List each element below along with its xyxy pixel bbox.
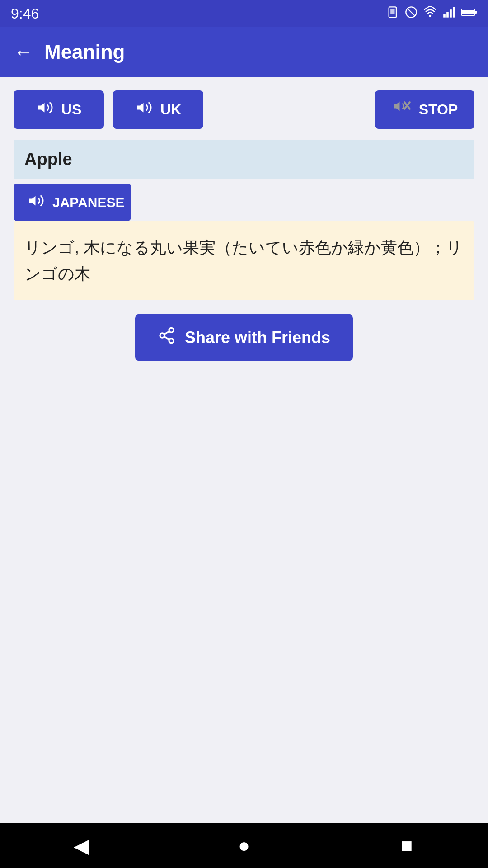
svg-marker-17 — [29, 196, 36, 206]
uk-label: UK — [160, 101, 181, 118]
svg-marker-12 — [38, 103, 45, 113]
page-title: Meaning — [44, 41, 125, 63]
svg-rect-6 — [446, 12, 449, 18]
share-button[interactable]: Share with Friends — [135, 314, 353, 361]
svg-point-19 — [160, 333, 164, 338]
us-label: US — [61, 101, 81, 118]
definition-box: リンゴ, 木になる丸い果実（たいてい赤色か緑か黄色）；リンゴの木 — [14, 221, 474, 300]
svg-line-21 — [164, 337, 169, 340]
nav-back-button[interactable]: ◀ — [63, 827, 99, 863]
status-icons — [387, 6, 477, 21]
sim-card-icon — [387, 6, 399, 21]
svg-line-3 — [408, 9, 415, 16]
us-audio-button[interactable]: US — [14, 90, 104, 129]
word-header: Apple — [14, 140, 474, 179]
stop-audio-button[interactable]: STOP — [375, 90, 474, 129]
svg-point-20 — [169, 339, 174, 343]
speaker-us-icon — [36, 99, 54, 120]
share-icon — [158, 326, 176, 349]
svg-point-18 — [169, 328, 174, 333]
svg-line-22 — [164, 331, 169, 335]
stop-label: STOP — [419, 101, 458, 118]
japanese-audio-button[interactable]: JAPANESE — [14, 184, 131, 221]
audio-buttons-row: US UK STOP — [14, 90, 474, 129]
definition-text: リンゴ, 木になる丸い果実（たいてい赤色か緑か黄色）；リンゴの木 — [24, 238, 463, 283]
speaker-stop-icon — [392, 99, 412, 120]
svg-marker-13 — [137, 103, 144, 113]
blocked-icon — [405, 6, 418, 21]
svg-marker-14 — [394, 102, 400, 111]
nav-recent-button[interactable]: ■ — [389, 827, 425, 863]
svg-rect-7 — [450, 9, 452, 17]
nav-bar: ◀ ● ■ — [0, 823, 488, 868]
uk-audio-button[interactable]: UK — [113, 90, 203, 129]
speaker-japanese-icon — [27, 193, 45, 212]
nav-home-button[interactable]: ● — [226, 827, 262, 863]
svg-rect-1 — [390, 9, 394, 14]
back-button[interactable]: ← — [14, 42, 33, 62]
svg-rect-8 — [453, 7, 455, 17]
svg-point-4 — [429, 15, 432, 17]
signal-icon — [443, 6, 455, 21]
japanese-label: JAPANESE — [52, 195, 125, 210]
word-text: Apple — [24, 150, 72, 169]
svg-rect-11 — [462, 10, 474, 14]
battery-icon — [461, 6, 477, 21]
wifi-icon — [423, 6, 437, 21]
status-bar: 9:46 — [0, 0, 488, 27]
main-content: US UK STOP — [0, 77, 488, 823]
svg-rect-5 — [443, 14, 446, 18]
app-bar: ← Meaning — [0, 27, 488, 77]
share-label: Share with Friends — [185, 328, 330, 347]
svg-rect-10 — [475, 11, 477, 14]
status-time: 9:46 — [11, 5, 39, 22]
speaker-uk-icon — [135, 99, 153, 120]
